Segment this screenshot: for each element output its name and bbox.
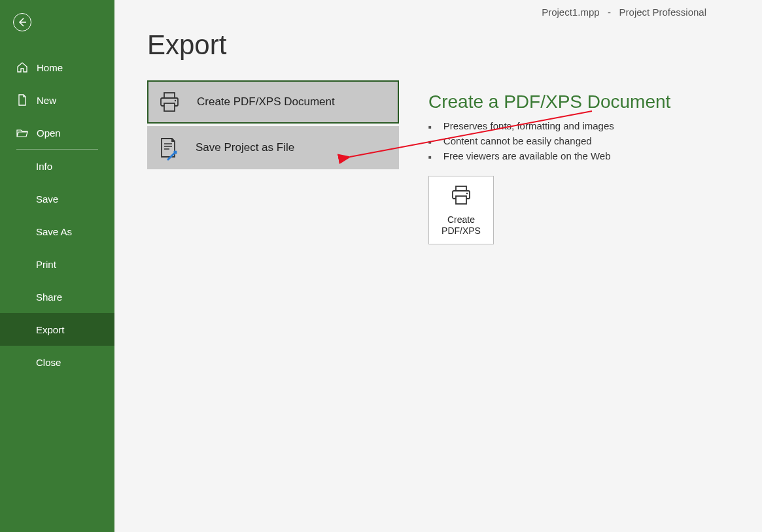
svg-point-4 bbox=[175, 100, 176, 101]
svg-rect-10 bbox=[456, 196, 466, 204]
detail-bullet: Free viewers are available on the Web bbox=[443, 150, 611, 161]
nav-label: Info bbox=[36, 161, 52, 172]
nav-save[interactable]: Save bbox=[0, 182, 114, 215]
nav-label: Export bbox=[36, 324, 64, 335]
save-file-icon bbox=[154, 133, 182, 162]
nav-close[interactable]: Close bbox=[0, 346, 114, 378]
back-arrow-icon bbox=[17, 17, 27, 27]
nav-share[interactable]: Share bbox=[0, 280, 114, 313]
folder-open-icon bbox=[16, 126, 29, 139]
export-option-pdfxps[interactable]: Create PDF/XPS Document bbox=[147, 80, 399, 124]
nav-label: Save As bbox=[36, 226, 72, 237]
nav-label: Share bbox=[36, 291, 62, 303]
export-option-saveasfile[interactable]: Save Project as File bbox=[147, 126, 399, 169]
printer-icon bbox=[448, 184, 474, 208]
title-appname: Project Professional bbox=[619, 7, 706, 18]
title-sep: - bbox=[608, 7, 611, 18]
create-pdfxps-button[interactable]: Create PDF/XPS bbox=[428, 176, 494, 244]
svg-rect-1 bbox=[164, 93, 175, 98]
detail-bullet: Content cannot be easily changed bbox=[443, 135, 592, 146]
action-button-label: Create PDF/XPS bbox=[442, 214, 481, 237]
nav-label: Print bbox=[36, 259, 56, 270]
main-content: Project1.mpp - Project Professional Expo… bbox=[114, 0, 762, 532]
svg-rect-8 bbox=[456, 186, 466, 191]
detail-bullets: Preserves fonts, formatting and images C… bbox=[428, 120, 736, 161]
nav-export[interactable]: Export bbox=[0, 313, 114, 346]
detail-bullet: Preserves fonts, formatting and images bbox=[443, 120, 614, 131]
printer-icon bbox=[155, 88, 184, 116]
nav-new[interactable]: New bbox=[0, 84, 114, 116]
home-icon bbox=[16, 61, 29, 74]
nav-info[interactable]: Info bbox=[0, 150, 114, 182]
detail-title: Create a PDF/XPS Document bbox=[428, 91, 736, 112]
nav-label: New bbox=[37, 95, 56, 106]
document-icon bbox=[16, 93, 29, 107]
export-option-label: Save Project as File bbox=[196, 141, 294, 154]
window-title: Project1.mpp - Project Professional bbox=[542, 7, 706, 18]
page-title: Export bbox=[147, 29, 399, 61]
nav-label: Home bbox=[37, 62, 63, 73]
back-button[interactable] bbox=[13, 13, 31, 31]
nav-label: Save bbox=[36, 193, 58, 205]
title-filename: Project1.mpp bbox=[542, 7, 599, 18]
nav-open[interactable]: Open bbox=[0, 116, 114, 149]
export-option-label: Create PDF/XPS Document bbox=[197, 95, 335, 108]
nav-save-as[interactable]: Save As bbox=[0, 215, 114, 248]
svg-rect-3 bbox=[164, 103, 175, 111]
nav-home[interactable]: Home bbox=[0, 51, 114, 84]
backstage-sidebar: Home New Open Info Save Save As Print Sh… bbox=[0, 0, 114, 532]
nav-print[interactable]: Print bbox=[0, 248, 114, 280]
nav-label: Close bbox=[36, 357, 61, 368]
nav-label: Open bbox=[37, 127, 61, 139]
svg-point-11 bbox=[466, 193, 468, 194]
